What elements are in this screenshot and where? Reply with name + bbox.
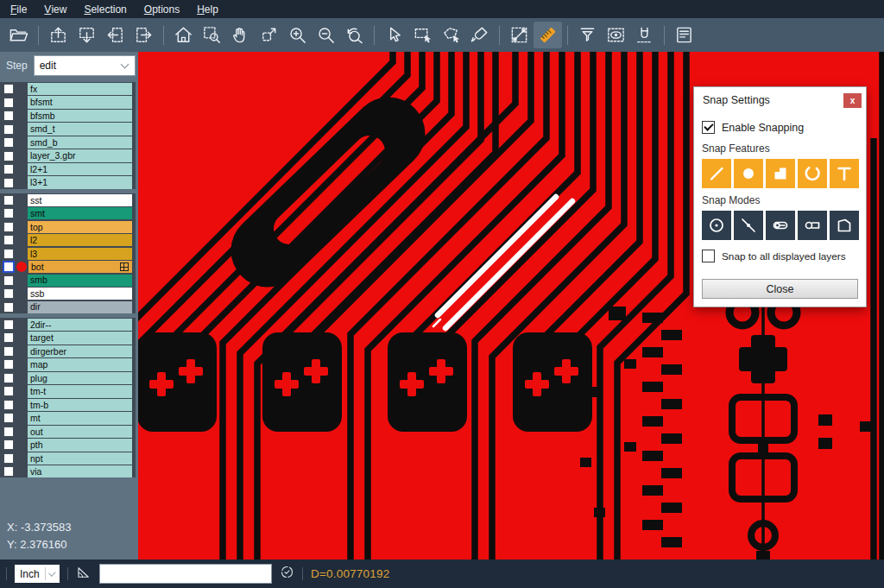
layer-row-smb[interactable]: smb bbox=[0, 275, 132, 287]
layer-visibility-checkbox[interactable] bbox=[3, 249, 14, 259]
layer-name[interactable]: dirgerber bbox=[28, 345, 132, 357]
pan-hand-button[interactable] bbox=[226, 22, 255, 48]
layer-row-l2+1[interactable]: l2+1 bbox=[0, 163, 132, 175]
command-input[interactable] bbox=[99, 564, 272, 584]
layer-name[interactable]: smd_t bbox=[28, 123, 132, 135]
layer-visibility-checkbox[interactable] bbox=[3, 400, 14, 410]
layer-visibility-checkbox[interactable] bbox=[3, 111, 14, 121]
layer-visibility-checkbox[interactable] bbox=[3, 439, 14, 450]
layer-name[interactable]: tm-b bbox=[28, 399, 132, 411]
layer-name[interactable]: plug bbox=[28, 372, 132, 384]
layer-visibility-checkbox[interactable] bbox=[3, 373, 14, 383]
layer-visibility-checkbox[interactable] bbox=[3, 319, 14, 330]
layer-row-map[interactable]: map bbox=[0, 358, 132, 370]
layer-name[interactable]: target bbox=[28, 332, 132, 344]
layer-name[interactable]: mt bbox=[28, 412, 132, 424]
step-dropdown[interactable]: edit bbox=[34, 55, 136, 76]
layer-name[interactable]: dir bbox=[28, 301, 132, 313]
layer-row-bot[interactable]: bot bbox=[0, 261, 132, 273]
layer-name[interactable]: sst bbox=[28, 194, 132, 206]
layer-name[interactable]: bot bbox=[28, 261, 132, 273]
select-arrow-button[interactable] bbox=[380, 22, 408, 48]
layer-visibility-checkbox[interactable] bbox=[3, 346, 14, 357]
dialog-close-icon[interactable]: x bbox=[843, 93, 862, 108]
layer-name[interactable]: 2dir-- bbox=[28, 319, 132, 331]
snap-mode-line-point-button[interactable] bbox=[734, 211, 763, 240]
layer-visibility-checkbox[interactable] bbox=[3, 137, 14, 148]
layer-name[interactable]: l3+1 bbox=[28, 176, 132, 188]
open-file-button[interactable] bbox=[4, 22, 33, 48]
apply-check-icon[interactable] bbox=[280, 565, 294, 583]
enable-snapping-checkbox[interactable] bbox=[702, 121, 715, 134]
layer-row-smt[interactable]: smt bbox=[0, 207, 132, 219]
layer-name[interactable]: l2 bbox=[28, 234, 132, 246]
layer-name[interactable]: ssb bbox=[28, 288, 132, 300]
menu-item-view[interactable]: View bbox=[35, 0, 75, 18]
layer-name[interactable]: out bbox=[28, 426, 132, 438]
layer-row-l3+1[interactable]: l3+1 bbox=[0, 176, 132, 188]
layer-row-plug[interactable]: plug bbox=[0, 372, 132, 384]
layer-row-bfsmb[interactable]: bfsmb bbox=[0, 110, 132, 122]
zoom-in-button[interactable] bbox=[283, 22, 312, 48]
layer-visibility-checkbox[interactable] bbox=[3, 195, 14, 205]
layer-row-out[interactable]: out bbox=[0, 426, 132, 438]
layer-row-tm-t[interactable]: tm-t bbox=[0, 385, 132, 397]
shift-right-button[interactable] bbox=[129, 22, 158, 48]
snap-magnet-button[interactable] bbox=[630, 22, 659, 48]
layer-name[interactable]: bfsmb bbox=[28, 110, 132, 122]
layer-row-sst[interactable]: sst bbox=[0, 194, 132, 206]
layer-row-tm-b[interactable]: tm-b bbox=[0, 399, 132, 411]
measure-distance-button[interactable] bbox=[505, 22, 534, 48]
layer-name[interactable]: pth bbox=[28, 439, 132, 451]
layer-visibility-checkbox[interactable] bbox=[3, 222, 14, 232]
layer-visibility-checkbox[interactable] bbox=[3, 98, 14, 108]
layer-visibility-checkbox[interactable] bbox=[3, 453, 14, 464]
layer-name[interactable]: npt bbox=[28, 452, 132, 465]
layer-row-pth[interactable]: pth bbox=[0, 439, 132, 451]
layers-form-button[interactable] bbox=[670, 22, 698, 48]
layer-row-fx[interactable]: fx bbox=[0, 83, 132, 95]
layer-row-top[interactable]: top bbox=[0, 221, 132, 233]
layer-visibility-checkbox[interactable] bbox=[3, 84, 14, 94]
layer-visibility-checkbox[interactable] bbox=[3, 178, 14, 188]
layer-row-dirgerber[interactable]: dirgerber bbox=[0, 345, 132, 357]
layer-row-mt[interactable]: mt bbox=[0, 412, 132, 424]
layer-visibility-checkbox[interactable] bbox=[3, 124, 14, 135]
layer-row-bfsmt[interactable]: bfsmt bbox=[0, 96, 132, 108]
menu-item-selection[interactable]: Selection bbox=[75, 0, 135, 18]
layer-row-layer_3.gbr[interactable]: layer_3.gbr bbox=[0, 149, 132, 161]
layer-visibility-checkbox[interactable] bbox=[3, 208, 14, 218]
layer-name[interactable]: tm-t bbox=[28, 385, 132, 397]
layer-row-smd_b[interactable]: smd_b bbox=[0, 136, 132, 149]
layer-visibility-checkbox[interactable] bbox=[3, 386, 14, 396]
layer-name[interactable]: via bbox=[28, 465, 132, 477]
layer-row-l3[interactable]: l3 bbox=[0, 248, 132, 260]
snap-mode-contour-button[interactable] bbox=[830, 211, 859, 240]
layer-visibility-checkbox[interactable] bbox=[3, 261, 15, 273]
layer-name[interactable]: l3 bbox=[28, 248, 132, 260]
layer-row-smd_t[interactable]: smd_t bbox=[0, 123, 132, 135]
home-view-button[interactable] bbox=[169, 22, 198, 48]
snap-feature-line-button[interactable] bbox=[702, 159, 731, 188]
paint-brush-button[interactable] bbox=[465, 22, 494, 48]
move-shape-button[interactable] bbox=[255, 22, 283, 48]
select-polygon-button[interactable] bbox=[437, 22, 465, 48]
layer-name[interactable]: top bbox=[28, 221, 132, 233]
shift-left-button[interactable] bbox=[101, 22, 129, 48]
filter-button[interactable] bbox=[573, 22, 602, 48]
import-up-button[interactable] bbox=[44, 22, 73, 48]
layer-row-l2[interactable]: l2 bbox=[0, 234, 132, 246]
layer-name[interactable]: fx bbox=[28, 83, 132, 95]
layer-visibility-checkbox[interactable] bbox=[3, 275, 14, 286]
layer-row-npt[interactable]: npt bbox=[0, 452, 132, 465]
layer-visibility-checkbox[interactable] bbox=[3, 164, 14, 174]
layer-visibility-checkbox[interactable] bbox=[3, 359, 14, 370]
layer-name[interactable]: map bbox=[28, 358, 132, 370]
snap-feature-pad-button[interactable] bbox=[734, 159, 763, 188]
layer-visibility-checkbox[interactable] bbox=[3, 235, 14, 245]
layer-name[interactable]: bfsmt bbox=[28, 96, 132, 108]
snap-feature-surface-button[interactable] bbox=[766, 159, 795, 188]
layer-name[interactable]: smd_b bbox=[28, 136, 132, 149]
layer-visibility-checkbox[interactable] bbox=[3, 302, 14, 313]
layer-visibility-checkbox[interactable] bbox=[3, 151, 14, 161]
